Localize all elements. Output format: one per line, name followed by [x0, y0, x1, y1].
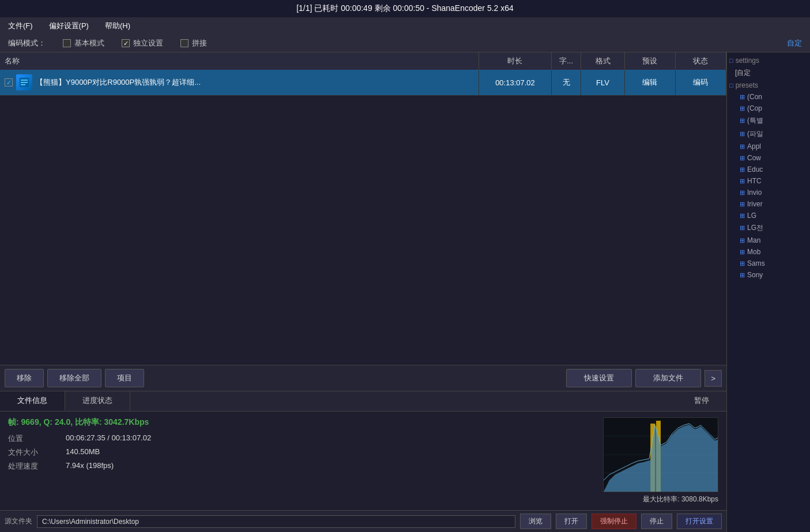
col-header-subtitle: 字...: [551, 52, 581, 70]
menu-help[interactable]: 帮助(H): [103, 20, 133, 32]
size-value: 140.50MB: [66, 447, 592, 458]
info-content: 帧: 9669, Q: 24.0, 比特率: 3042.7Kbps 位置 00:…: [0, 412, 726, 510]
info-left: 帧: 9669, Q: 24.0, 比特率: 3042.7Kbps 位置 00:…: [8, 417, 592, 504]
info-grid: 位置 00:06:27.35 / 00:13:07.02 文件大小 140.50…: [8, 433, 592, 471]
file-icon: [16, 74, 32, 90]
preset-item-12[interactable]: ⊞Man: [727, 235, 810, 246]
expand-icon: ⊞: [740, 189, 745, 197]
item-button[interactable]: 项目: [105, 369, 144, 387]
expand-icon: ⊞: [740, 93, 745, 101]
splice-label: 拼接: [192, 38, 207, 48]
file-table: 名称 时长 字... 格式 预设 状态: [0, 52, 726, 96]
expand-icon: ⊞: [740, 154, 745, 162]
preset-item-2[interactable]: ⊞(특별: [727, 114, 810, 127]
expand-icon: ⊞: [740, 105, 745, 112]
add-file-button[interactable]: 添加文件: [635, 369, 701, 387]
col-header-duration: 时长: [479, 52, 552, 70]
preset-item-4[interactable]: ⊞Appl: [727, 141, 810, 152]
remove-button[interactable]: 移除: [5, 369, 44, 387]
preset-item-14[interactable]: ⊞Sams: [727, 258, 810, 269]
open-button[interactable]: 打开: [556, 514, 587, 529]
expand-icon: ⊞: [740, 117, 745, 124]
preset-item-15[interactable]: ⊞Sony: [727, 269, 810, 281]
file-checkbox[interactable]: [5, 78, 13, 86]
open-settings-button[interactable]: 打开设置: [677, 514, 722, 529]
file-table-body: 【熊猫】Y9000P对比R9000P孰强孰弱？超详细... 00:13:07.0…: [0, 70, 726, 96]
independent-checkbox[interactable]: [122, 39, 130, 47]
menu-bar: 文件(F) 偏好设置(P) 帮助(H): [0, 17, 810, 35]
chart-container: 最大比特率: 3080.8Kbps: [603, 417, 718, 504]
position-value: 00:06:27.35 / 00:13:07.02: [66, 433, 592, 444]
button-row: 移除 移除全部 项目 快速设置 添加文件 >: [0, 365, 726, 391]
max-bitrate-label: 最大比特率:: [643, 495, 679, 503]
pause-button[interactable]: 暂停: [677, 391, 726, 411]
preset-items: ⊞(Con⊞(Cop⊞(특별⊞(파일⊞Appl⊞Cow⊞Educ⊞HTC⊞Inv…: [727, 91, 810, 281]
source-folder-label: 源文件夹: [5, 516, 32, 526]
basic-mode-label: 基本模式: [74, 38, 104, 48]
preset-item-10[interactable]: ⊞LG: [727, 210, 810, 221]
footer: 源文件夹 C:\Users\Administrator\Desktop 浏览 打…: [0, 510, 726, 532]
independent-item[interactable]: 独立设置: [122, 38, 163, 48]
bitrate-chart-area: [603, 417, 718, 492]
table-row[interactable]: 【熊猫】Y9000P对比R9000P孰强孰弱？超详细... 00:13:07.0…: [0, 70, 726, 96]
preset-item-13[interactable]: ⊞Mob: [727, 246, 810, 258]
encode-mode-label: 编码模式：: [8, 38, 46, 48]
toolbar: 编码模式： 基本模式 独立设置 拼接 自定: [0, 35, 810, 52]
expand-icon: ⊞: [740, 237, 745, 244]
tree-settings-label: settings: [736, 56, 759, 65]
position-label: 位置: [8, 433, 60, 444]
preset-item-0[interactable]: ⊞(Con: [727, 91, 810, 103]
tree-presets[interactable]: □ presets: [727, 80, 810, 91]
splice-item[interactable]: 拼接: [180, 38, 207, 48]
tree-settings[interactable]: □ settings: [727, 55, 810, 66]
preset-item-9[interactable]: ⊞Iriver: [727, 198, 810, 210]
file-format-cell: FLV: [581, 70, 625, 96]
svg-rect-2: [21, 82, 28, 83]
force-stop-button[interactable]: 强制停止: [592, 514, 636, 529]
expand-icon: ⊞: [740, 143, 745, 150]
tree-self-define[interactable]: [自定: [727, 66, 810, 80]
col-header-name: 名称: [0, 52, 479, 70]
expand-icon: ⊞: [740, 260, 745, 267]
stop-button[interactable]: 停止: [641, 514, 672, 529]
tab-progress[interactable]: 进度状态: [65, 391, 130, 411]
file-name-cell: 【熊猫】Y9000P对比R9000P孰强孰弱？超详细...: [0, 70, 479, 96]
svg-rect-1: [21, 80, 28, 81]
expand-icon-presets: □: [729, 82, 733, 89]
preset-item-3[interactable]: ⊞(파일: [727, 127, 810, 141]
self-define-button[interactable]: 自定: [787, 38, 802, 48]
speed-value: 7.94x (198fps): [66, 461, 592, 471]
preset-item-1[interactable]: ⊞(Cop: [727, 103, 810, 114]
preset-item-5[interactable]: ⊞Cow: [727, 152, 810, 164]
browse-button[interactable]: 浏览: [520, 514, 551, 529]
menu-file[interactable]: 文件(F): [6, 20, 35, 32]
speed-label: 处理速度: [8, 461, 60, 471]
menu-preferences[interactable]: 偏好设置(P): [47, 20, 91, 32]
size-label: 文件大小: [8, 447, 60, 458]
tab-file-info[interactable]: 文件信息: [0, 391, 65, 411]
file-subtitle-cell: 无: [551, 70, 581, 96]
max-bitrate-value: 3080.8Kbps: [681, 495, 718, 503]
basic-mode-checkbox[interactable]: [63, 39, 71, 47]
source-path: C:\Users\Administrator\Desktop: [37, 515, 515, 528]
chart-caption: 最大比特率: 3080.8Kbps: [603, 495, 718, 504]
file-status-cell: 编码: [675, 70, 726, 96]
file-list-area: 名称 时长 字... 格式 预设 状态: [0, 52, 726, 365]
expand-icon: □: [729, 57, 733, 64]
remove-all-button[interactable]: 移除全部: [47, 369, 101, 387]
status-line: 帧: 9669, Q: 24.0, 比特率: 3042.7Kbps: [8, 417, 592, 428]
preset-item-11[interactable]: ⊞LG전: [727, 221, 810, 235]
more-button[interactable]: >: [704, 370, 722, 387]
basic-mode-item[interactable]: 基本模式: [63, 38, 104, 48]
expand-icon: ⊞: [740, 201, 745, 208]
col-header-status: 状态: [675, 52, 726, 70]
tree-self-define-label: [自定: [735, 68, 751, 78]
preset-item-6[interactable]: ⊞Educ: [727, 164, 810, 175]
preset-item-8[interactable]: ⊞Invio: [727, 187, 810, 198]
splice-checkbox[interactable]: [180, 39, 189, 47]
expand-icon: ⊞: [740, 248, 745, 256]
col-header-format: 格式: [581, 52, 625, 70]
preset-item-7[interactable]: ⊞HTC: [727, 175, 810, 187]
right-panel: □ settings [自定 □ presets ⊞(Con⊞(Cop⊞(특별⊞…: [726, 52, 810, 532]
quick-settings-button[interactable]: 快速设置: [566, 369, 632, 387]
